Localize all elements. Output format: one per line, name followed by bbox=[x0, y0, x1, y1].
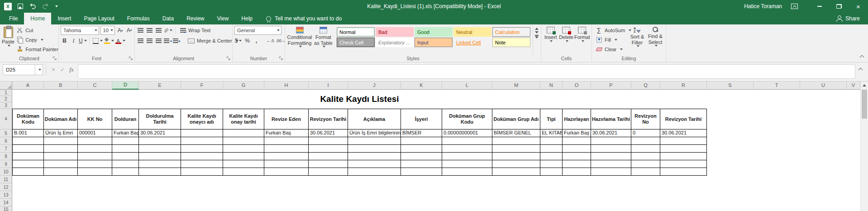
cell-B8[interactable] bbox=[44, 153, 78, 160]
format-as-table-dropdown-icon[interactable] bbox=[323, 46, 325, 48]
column-header-H[interactable]: H bbox=[264, 82, 309, 90]
cell-I7[interactable] bbox=[309, 145, 348, 153]
cell-A10[interactable] bbox=[12, 168, 44, 176]
comma-style-button[interactable]: , bbox=[253, 36, 260, 45]
cell-I8[interactable] bbox=[309, 153, 348, 160]
table-header-I4[interactable]: Revizyon Tarihi bbox=[309, 109, 348, 129]
cell-N8[interactable] bbox=[540, 153, 563, 160]
cell-G8[interactable] bbox=[223, 153, 264, 160]
cell-R10[interactable] bbox=[660, 168, 707, 176]
row-header-14[interactable]: 14 bbox=[0, 199, 12, 206]
cell-Q10[interactable] bbox=[631, 168, 660, 176]
align-center-button[interactable] bbox=[146, 36, 153, 45]
tab-formulas[interactable]: Formulas bbox=[121, 13, 156, 24]
column-header-L[interactable]: L bbox=[442, 82, 492, 90]
cell-J8[interactable] bbox=[348, 153, 401, 160]
cell-A5[interactable]: B.001 bbox=[12, 129, 44, 137]
cell-A8[interactable] bbox=[12, 153, 44, 160]
undo-icon[interactable] bbox=[29, 3, 36, 10]
format-cells-button[interactable]: Format bbox=[574, 25, 590, 55]
copy-dropdown-icon[interactable] bbox=[41, 39, 43, 41]
table-header-J4[interactable]: Açıklama bbox=[348, 109, 401, 129]
cell-M7[interactable] bbox=[492, 145, 540, 153]
font-color-dropdown-icon[interactable] bbox=[123, 40, 125, 42]
borders-dropdown-icon[interactable] bbox=[100, 40, 103, 42]
currency-dropdown-icon[interactable] bbox=[239, 40, 242, 42]
gallery-scroll-down-icon[interactable] bbox=[535, 31, 539, 34]
table-header-H4[interactable]: Revize Eden bbox=[264, 109, 309, 129]
cell-K6[interactable] bbox=[401, 137, 442, 145]
cell-G5[interactable] bbox=[223, 129, 264, 137]
scrollbar-thumb[interactable] bbox=[862, 90, 867, 119]
cell-F8[interactable] bbox=[181, 153, 223, 160]
cell-E7[interactable] bbox=[139, 145, 181, 153]
align-bottom-button[interactable] bbox=[155, 26, 162, 35]
insert-function-icon[interactable]: fx bbox=[67, 64, 76, 75]
cell-H10[interactable] bbox=[264, 168, 309, 176]
cell-M6[interactable] bbox=[492, 137, 540, 145]
column-header-R[interactable]: R bbox=[660, 82, 707, 90]
account-name[interactable]: Hatice Toraman bbox=[744, 3, 782, 10]
cell-R8[interactable] bbox=[660, 153, 707, 160]
column-header-F[interactable]: F bbox=[181, 82, 223, 90]
cell-J10[interactable] bbox=[348, 168, 401, 176]
column-header-A[interactable]: A bbox=[12, 82, 44, 90]
cell-I6[interactable] bbox=[309, 137, 348, 145]
cell-C8[interactable] bbox=[78, 153, 112, 160]
table-header-D4[interactable]: Dolduran bbox=[112, 109, 139, 129]
column-header-G[interactable]: G bbox=[223, 82, 264, 90]
cell-K10[interactable] bbox=[401, 168, 442, 176]
cell-G6[interactable] bbox=[223, 137, 264, 145]
cell-D7[interactable] bbox=[112, 145, 139, 153]
cell-K5[interactable]: BİMSER bbox=[401, 129, 442, 137]
cell-N7[interactable] bbox=[540, 145, 563, 153]
autosum-button[interactable]: ∑AutoSum bbox=[594, 25, 628, 35]
cell-F5[interactable] bbox=[181, 129, 223, 137]
cell-A9[interactable] bbox=[12, 160, 44, 168]
tab-help[interactable]: Help bbox=[235, 13, 259, 24]
redo-icon[interactable] bbox=[42, 3, 49, 10]
column-header-B[interactable]: B bbox=[44, 82, 78, 90]
font-family-select[interactable]: Tahoma bbox=[61, 26, 99, 35]
cell-D9[interactable] bbox=[112, 160, 139, 168]
cell-style-check-cell[interactable]: Check Cell bbox=[337, 38, 375, 47]
cut-button[interactable]: Cut bbox=[14, 25, 60, 35]
underline-button[interactable]: U bbox=[79, 36, 87, 45]
alignment-dialog-launcher[interactable] bbox=[226, 56, 231, 61]
cell-H7[interactable] bbox=[264, 145, 309, 153]
cell-B7[interactable] bbox=[44, 145, 78, 153]
paste-dropdown-icon[interactable] bbox=[8, 45, 10, 47]
row-header-4[interactable]: 4 bbox=[0, 109, 12, 129]
table-header-K4[interactable]: İşyeri bbox=[401, 109, 442, 129]
cell-style-explanatory[interactable]: Explanatory ... bbox=[376, 38, 414, 47]
row-header-1[interactable]: 1 bbox=[0, 90, 12, 96]
cell-F6[interactable] bbox=[181, 137, 223, 145]
row-header-12[interactable]: 12 bbox=[0, 183, 12, 191]
cell-D10[interactable] bbox=[112, 168, 139, 176]
cell-R9[interactable] bbox=[660, 160, 707, 168]
paste-button[interactable]: Paste bbox=[2, 25, 14, 55]
cell-style-good[interactable]: Good bbox=[415, 27, 453, 37]
cell-C6[interactable] bbox=[78, 137, 112, 145]
cell-E9[interactable] bbox=[139, 160, 181, 168]
cell-A6[interactable] bbox=[12, 137, 44, 145]
decrease-decimal-button[interactable] bbox=[276, 37, 285, 45]
row-header-2[interactable]: 2 bbox=[0, 96, 12, 102]
cell-J9[interactable] bbox=[348, 160, 401, 168]
table-header-E4[interactable]: Doldurulma Tarihi bbox=[139, 109, 181, 129]
cell-Q7[interactable] bbox=[631, 145, 660, 153]
row-header-7[interactable]: 7 bbox=[0, 145, 12, 153]
cell-D5[interactable]: Furkan Baş bbox=[112, 129, 139, 137]
cell-P8[interactable] bbox=[591, 153, 631, 160]
insert-cells-button[interactable]: Insert bbox=[543, 25, 558, 55]
italic-button[interactable]: I bbox=[70, 36, 77, 45]
find-select-dropdown-icon[interactable] bbox=[655, 45, 658, 47]
cell-H6[interactable] bbox=[264, 137, 309, 145]
cell-K7[interactable] bbox=[401, 145, 442, 153]
cell-I10[interactable] bbox=[309, 168, 348, 176]
grow-font-button[interactable]: A bbox=[116, 26, 124, 35]
table-header-C4[interactable]: KK No bbox=[78, 109, 112, 129]
fill-color-button[interactable] bbox=[104, 36, 114, 45]
gallery-scroll-up-icon[interactable] bbox=[535, 28, 539, 30]
cell-J6[interactable] bbox=[348, 137, 401, 145]
